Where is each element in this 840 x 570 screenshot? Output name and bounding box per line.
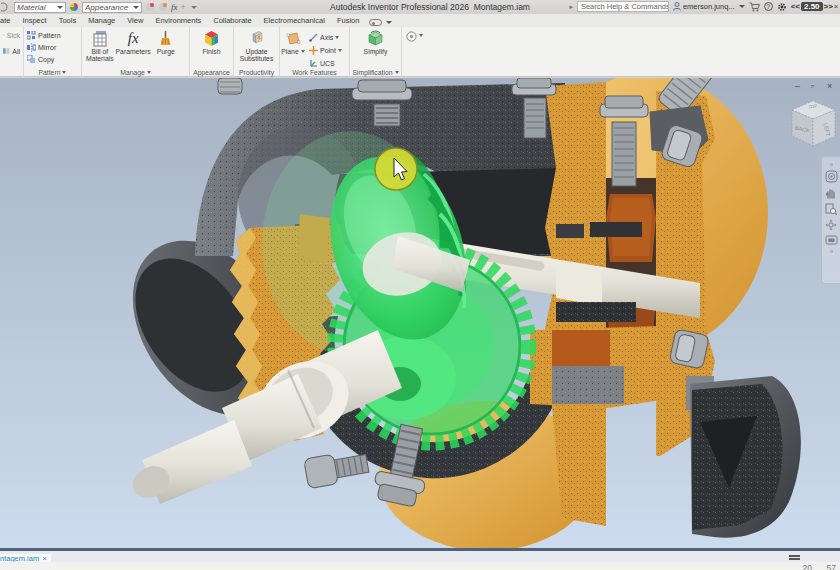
tab-tools[interactable]: Tools [53, 15, 83, 27]
plus-icon[interactable]: + [181, 2, 186, 12]
cart-icon[interactable] [749, 2, 760, 12]
work-features-panel-label: Work Features [280, 69, 349, 76]
ribbon-tab-row: ate Inspect Tools Manage View Environmen… [0, 14, 840, 27]
tab-inspect[interactable]: Inspect [16, 15, 52, 27]
chevron-down-icon [57, 6, 63, 9]
gearbox-model-canvas: – ▫ × TOP BACK LEFT [0, 78, 840, 548]
speed-prev-button[interactable]: << [791, 2, 800, 11]
chevron-down-icon [386, 21, 392, 24]
mirror-icon [27, 43, 36, 52]
tab-view[interactable]: View [121, 15, 149, 27]
parameters-fx-icon[interactable]: fx [171, 2, 178, 12]
manage-panel: Bill of Materials fx Parameters Purge [82, 27, 190, 77]
window-title: Autodesk Inventor Professional 2026 Mont… [300, 2, 560, 12]
playback-speed-overlay: << 2.50 >> × [791, 2, 838, 11]
navigation-bar [821, 156, 840, 284]
navbar-handle-icon[interactable] [830, 163, 833, 166]
point-button[interactable]: Point [306, 44, 345, 56]
copy-button[interactable]: Copy [24, 53, 81, 65]
chevron-down-icon [419, 34, 423, 37]
speed-close-button[interactable]: × [834, 3, 838, 10]
chevron-down-icon [739, 5, 745, 8]
productivity-panel: Update Substitutes Productivity [234, 27, 280, 77]
threaded-stud-left [218, 78, 242, 94]
speed-value: 2.50 [801, 2, 823, 11]
axis-icon [309, 33, 318, 42]
parameters-fx-icon: fx [125, 30, 142, 47]
chevron-down-icon [133, 6, 139, 9]
simplify-button[interactable]: Simplify [363, 29, 389, 55]
orbit-icon[interactable] [825, 219, 837, 231]
status-count-2: 57 [827, 563, 836, 570]
zoom-icon[interactable] [825, 203, 837, 215]
chevron-down-icon [338, 49, 342, 52]
ribbon-options-toggle[interactable] [402, 27, 423, 76]
update-substitutes-button[interactable]: Update Substitutes [240, 29, 274, 62]
doc-minimize-button[interactable]: – [795, 81, 800, 91]
speed-next-button[interactable]: >> [824, 2, 833, 11]
parameters-button[interactable]: fx Parameters [116, 29, 151, 62]
adjust-sphere-icon[interactable] [145, 2, 155, 12]
ucs-icon [309, 59, 318, 68]
ucs-button[interactable]: UCS [306, 57, 345, 69]
chevron-down-icon [335, 36, 339, 39]
productivity-panel-label: Productivity [234, 69, 279, 76]
document-tab-bar: ntagem.iam × [0, 548, 840, 562]
appearance-panel-label: Appearance [190, 69, 233, 76]
purge-button[interactable]: Purge [153, 29, 179, 62]
simplification-panel: Simplify Simplification [350, 27, 402, 77]
model-viewport[interactable]: – ▫ × TOP BACK LEFT [0, 78, 840, 548]
chevron-down-icon [395, 71, 399, 74]
axis-button[interactable]: Axis [306, 31, 345, 43]
status-count-1: 20 [803, 563, 812, 570]
simplify-icon [367, 30, 384, 47]
quick-access-toolbar: Material Appearance fx + [0, 2, 197, 13]
hide-all-icon [3, 47, 10, 55]
finish-cube-icon [203, 30, 220, 47]
tab-manage[interactable]: Manage [82, 15, 121, 27]
tab-environments[interactable]: Environments [149, 15, 207, 27]
finish-button[interactable]: Finish [199, 29, 225, 55]
adjust-sphere2-icon[interactable] [158, 2, 168, 12]
point-icon [309, 46, 318, 55]
relationships-panel-partial: Sick All [0, 27, 24, 77]
manage-panel-label[interactable]: Manage [82, 69, 189, 76]
ribbon-options-icon [406, 31, 417, 42]
search-input[interactable]: Search Help & Commands... [577, 1, 669, 12]
mirror-button[interactable]: Mirror [24, 41, 81, 53]
look-at-icon[interactable] [825, 235, 838, 246]
bill-of-materials-button[interactable]: Bill of Materials [86, 29, 114, 62]
bill-of-materials-icon [91, 30, 108, 47]
user-account[interactable]: emerson.junq... [673, 2, 745, 11]
show-sick-button[interactable]: Sick [0, 29, 23, 41]
appearance-panel: Finish Appearance [190, 27, 234, 77]
doc-restore-button[interactable]: ▫ [811, 81, 814, 91]
plane-icon [285, 30, 302, 47]
tab-annotate-partial[interactable]: ate [0, 15, 16, 27]
doc-close-button[interactable]: × [827, 81, 832, 91]
gear-icon[interactable] [777, 2, 787, 12]
search-expand-icon[interactable]: ▸ [569, 3, 573, 11]
appearance-dropdown[interactable]: Appearance [82, 2, 142, 13]
work-features-panel: Plane Axis Point [280, 27, 350, 77]
simplification-panel-label[interactable]: Simplification [350, 69, 401, 76]
ribbon: Sick All Pattern Mirror [0, 27, 840, 77]
navbar-customize-icon[interactable] [830, 250, 833, 253]
pan-hand-icon[interactable] [825, 187, 837, 199]
navigation-wheel-icon[interactable] [825, 170, 838, 183]
pattern-button[interactable]: Pattern [24, 29, 81, 41]
partial-icon [1, 2, 11, 12]
material-dropdown[interactable]: Material [14, 2, 66, 13]
tab-fusion[interactable]: Fusion [331, 15, 366, 27]
ribbon-display-toggle[interactable] [369, 19, 392, 26]
ribbon-pill-icon [369, 19, 382, 26]
tab-electromechanical[interactable]: Electromechanical [258, 15, 331, 27]
qat-customize-icon[interactable] [191, 6, 197, 9]
hide-all-button[interactable]: All [0, 45, 23, 57]
color-wheel-icon[interactable] [69, 2, 79, 12]
chevron-down-icon [62, 71, 66, 74]
plane-button[interactable]: Plane [280, 29, 306, 69]
tab-collaborate[interactable]: Collaborate [207, 15, 257, 27]
help-icon[interactable]: ? [764, 2, 773, 11]
pattern-panel-label[interactable]: Pattern [24, 69, 81, 76]
